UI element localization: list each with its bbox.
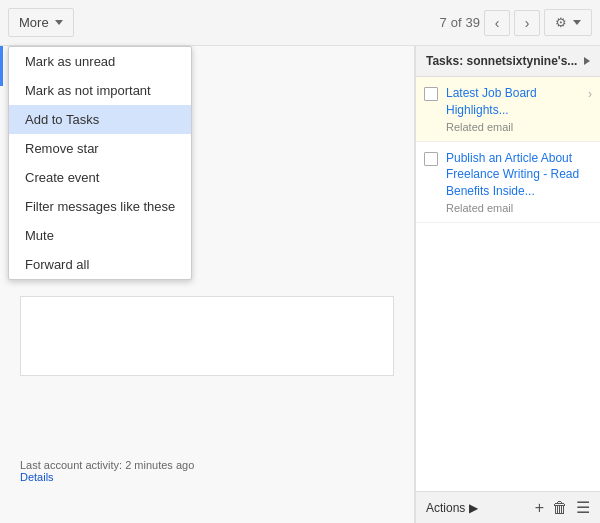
tasks-chevron-right-icon[interactable] (584, 57, 590, 65)
details-link[interactable]: Details (20, 471, 194, 483)
dropdown-item-forward-all[interactable]: Forward all (9, 250, 191, 279)
dropdown-item-mute[interactable]: Mute (9, 221, 191, 250)
prev-page-button[interactable]: ‹ (484, 10, 510, 36)
list-view-button[interactable]: ☰ (576, 498, 590, 517)
dropdown-item-filter-messages[interactable]: Filter messages like these (9, 192, 191, 221)
dropdown-item-remove-star[interactable]: Remove star (9, 134, 191, 163)
add-task-button[interactable]: + (535, 499, 544, 517)
settings-chevron-icon (573, 20, 581, 25)
of-label: of (451, 15, 462, 30)
dropdown-item-mark-not-important[interactable]: Mark as not important (9, 76, 191, 105)
dropdown-item-create-event[interactable]: Create event (9, 163, 191, 192)
total-pages: 39 (466, 15, 480, 30)
task-text-1: Publish an Article About Freelance Writi… (446, 150, 592, 214)
tasks-title: Tasks: sonnetsixtynine's... (426, 54, 577, 68)
actions-button[interactable]: Actions ▶ (426, 501, 478, 515)
next-page-button[interactable]: › (514, 10, 540, 36)
chevron-down-icon (55, 20, 63, 25)
footer-icons: + 🗑 ☰ (535, 498, 590, 517)
tasks-footer: Actions ▶ + 🗑 ☰ (416, 491, 600, 523)
dropdown-item-add-to-tasks[interactable]: Add to Tasks (9, 105, 191, 134)
account-activity: Last account activity: 2 minutes ago Det… (20, 459, 194, 483)
task-title-1: Publish an Article About Freelance Writi… (446, 150, 592, 200)
task-subtitle-0: Related email (446, 121, 584, 133)
tasks-panel: Tasks: sonnetsixtynine's... Latest Job B… (415, 46, 600, 523)
dropdown-item-mark-unread[interactable]: Mark as unread (9, 47, 191, 76)
more-dropdown-menu: Mark as unreadMark as not importantAdd t… (8, 46, 192, 280)
delete-task-button[interactable]: 🗑 (552, 499, 568, 517)
task-text-0: Latest Job Board Highlights...Related em… (446, 85, 584, 133)
account-activity-text: Last account activity: 2 minutes ago (20, 459, 194, 471)
task-subtitle-1: Related email (446, 202, 592, 214)
current-page: 7 (439, 15, 446, 30)
task-item-0[interactable]: Latest Job Board Highlights...Related em… (416, 77, 600, 142)
task-list: Latest Job Board Highlights...Related em… (416, 77, 600, 491)
more-label: More (19, 15, 49, 30)
task-checkbox-0[interactable] (424, 87, 438, 101)
toolbar: More 7 of 39 ‹ › ⚙ (0, 0, 600, 46)
task-checkbox-1[interactable] (424, 152, 438, 166)
task-item-1[interactable]: Publish an Article About Freelance Writi… (416, 142, 600, 223)
settings-button[interactable]: ⚙ (544, 9, 592, 36)
tasks-header: Tasks: sonnetsixtynine's... (416, 46, 600, 77)
sidebar-indicator (0, 46, 3, 86)
email-content-area (20, 296, 394, 376)
more-button[interactable]: More (8, 8, 74, 37)
task-title-0: Latest Job Board Highlights... (446, 85, 584, 119)
settings-icon: ⚙ (555, 15, 567, 30)
pagination: 7 of 39 ‹ › ⚙ (439, 9, 592, 36)
task-arrow-icon-0: › (588, 87, 592, 101)
